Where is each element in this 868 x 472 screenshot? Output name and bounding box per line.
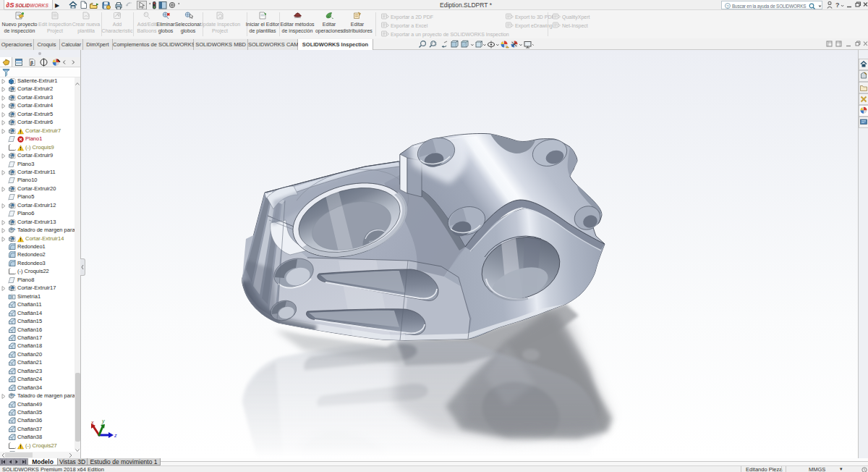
- svg-text:SOLID: SOLID: [15, 3, 30, 8]
- svg-text:β: β: [30, 60, 33, 66]
- svg-text:?: ?: [835, 1, 840, 9]
- svg-text:x: x: [90, 420, 94, 425]
- svg-text:y: y: [101, 418, 105, 424]
- svg-text:z: z: [114, 433, 117, 438]
- svg-text:∂S: ∂S: [7, 1, 15, 9]
- svg-text:WORKS: WORKS: [30, 3, 49, 8]
